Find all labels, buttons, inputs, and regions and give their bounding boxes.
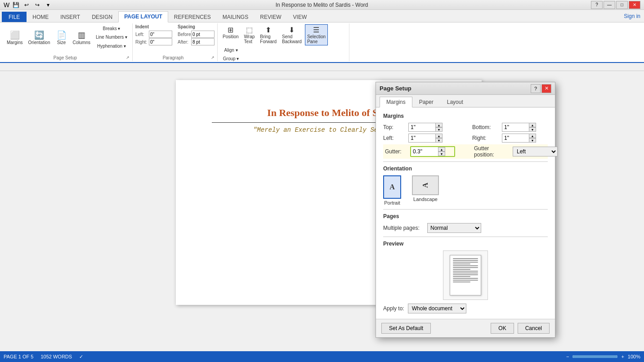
dialog-help-btn[interactable]: ? (531, 84, 541, 93)
tab-design[interactable]: DESIGN (86, 12, 118, 22)
preview-line-6 (453, 267, 478, 268)
maximize-btn[interactable]: □ (616, 1, 628, 9)
right-label: Right: (472, 135, 499, 141)
left-spin-up[interactable]: ▲ (435, 134, 443, 138)
paragraph-label: Paragraph ↗ (135, 54, 215, 60)
bottom-spin-up[interactable]: ▲ (529, 123, 536, 127)
line-numbers-btn[interactable]: Line Numbers ▾ (94, 33, 130, 41)
tab-file[interactable]: FILE (2, 12, 27, 22)
breaks-btn[interactable]: Breaks ▾ (94, 25, 130, 32)
spacing-after-label: After: (178, 40, 190, 45)
gutter-position-label: Gutter position: (474, 145, 510, 158)
align-btn[interactable]: Align ▾ (220, 46, 242, 54)
size-btn[interactable]: 📄 Size (54, 24, 70, 50)
group-btn[interactable]: Group ▾ (220, 55, 242, 63)
spacing-after-input[interactable] (191, 38, 215, 45)
landscape-option[interactable]: A Landscape (412, 175, 439, 206)
page-setup-dialog[interactable]: Page Setup ? ✕ Margins Paper Layout Marg… (376, 82, 555, 338)
tab-mailings[interactable]: MAILINGS (217, 12, 254, 22)
dialog-tab-margins[interactable]: Margins (380, 97, 412, 107)
gutter-position-select[interactable]: Left Top (513, 147, 558, 156)
spacing-before-input[interactable] (191, 31, 215, 38)
right-spin-down[interactable]: ▼ (529, 138, 536, 143)
pages-label: Pages (383, 213, 548, 219)
portrait-label: Portrait (384, 200, 400, 206)
minimize-btn[interactable]: — (604, 1, 615, 9)
proofing-icon[interactable]: ✓ (79, 354, 83, 360)
close-btn[interactable]: ✕ (629, 1, 640, 9)
ribbon-group-arrange: ⊞ Position ⬚ WrapText ⬆ BringForward ⬇ S… (218, 23, 349, 61)
hyphenation-btn[interactable]: Hyphenation ▾ (94, 42, 130, 50)
indent-left-input[interactable] (149, 31, 172, 38)
preview-line-4 (453, 264, 470, 264)
bottom-spin-down[interactable]: ▼ (529, 127, 536, 132)
orientation-btn[interactable]: 🔄 Orientation (26, 24, 53, 50)
undo-btn[interactable]: ↩ (22, 1, 31, 9)
help-btn[interactable]: ? (591, 1, 603, 9)
dialog-tab-layout[interactable]: Layout (440, 97, 470, 107)
tab-home[interactable]: HOME (27, 12, 54, 22)
margins-section-label: Margins (383, 113, 548, 119)
sign-in-link[interactable]: Sign in (620, 11, 644, 21)
dialog-tabs: Margins Paper Layout (376, 95, 555, 107)
spacing-section: Spacing Before: After: (178, 24, 215, 45)
ribbon-group-page-setup: ⬜ Margins 🔄 Orientation 📄 Size ▥ Columns… (2, 23, 133, 61)
zoom-out-btn[interactable]: − (566, 354, 569, 359)
left-input[interactable] (408, 134, 435, 143)
preview-line-5 (453, 265, 478, 266)
tab-references[interactable]: REFERENCES (168, 12, 217, 22)
preview-line-9 (453, 273, 478, 273)
tab-view[interactable]: VIEW (287, 12, 313, 22)
indent-right-label: Right: (135, 40, 148, 45)
redo-btn[interactable]: ↪ (33, 1, 42, 9)
preview-line-11 (453, 276, 470, 277)
word-count: 1052 WORDS (40, 354, 72, 359)
selection-pane-btn[interactable]: ☰ SelectionPane (305, 24, 328, 45)
portrait-option[interactable]: A Portrait (383, 175, 401, 206)
cancel-btn[interactable]: Cancel (518, 323, 550, 334)
preview-page (450, 255, 481, 295)
indent-right-input[interactable] (149, 38, 172, 45)
dialog-tab-paper[interactable]: Paper (412, 97, 440, 107)
right-input[interactable] (502, 134, 529, 143)
bottom-input[interactable] (502, 123, 529, 132)
preview-line-12 (453, 278, 478, 279)
position-btn[interactable]: ⊞ Position (220, 24, 241, 40)
send-backward-btn[interactable]: ⬇ SendBackward (280, 24, 304, 45)
dialog-title: Page Setup (380, 85, 531, 92)
gutter-spin-up[interactable]: ▲ (438, 147, 445, 152)
quick-access-more[interactable]: ▾ (44, 1, 53, 9)
status-bar: PAGE 1 OF 5 1052 WORDS ✓ − + 100% (0, 351, 644, 362)
preview-label: Preview (383, 241, 548, 247)
gutter-spin-down[interactable]: ▼ (438, 152, 445, 156)
margins-btn[interactable]: ⬜ Margins (4, 24, 25, 50)
bring-forward-btn[interactable]: ⬆ BringForward (258, 24, 279, 45)
zoom-slider[interactable] (572, 355, 617, 358)
left-input-group: ▲ ▼ (408, 134, 453, 143)
preview-line-8 (453, 271, 478, 272)
ok-btn[interactable]: OK (491, 323, 514, 334)
wrap-text-btn[interactable]: ⬚ WrapText (242, 24, 257, 45)
apply-to-select[interactable]: Whole document This point forward (408, 304, 466, 313)
indent-left-label: Left: (135, 32, 148, 37)
apply-to-label: Apply to: (383, 305, 404, 312)
zoom-in-btn[interactable]: + (621, 354, 624, 359)
tab-review[interactable]: REVIEW (254, 12, 287, 22)
dialog-close-btn[interactable]: ✕ (541, 84, 551, 93)
tab-page-layout[interactable]: PAGE LAYOUT (118, 11, 168, 22)
orientation-label: Orientation (383, 165, 548, 172)
gutter-input[interactable] (411, 147, 438, 156)
right-spin-up[interactable]: ▲ (529, 134, 536, 138)
tab-insert[interactable]: INSERT (54, 12, 86, 22)
top-input[interactable] (408, 123, 435, 132)
top-spin-up[interactable]: ▲ (435, 123, 443, 127)
save-btn[interactable]: 💾 (11, 1, 20, 9)
horizontal-ruler (0, 63, 644, 71)
columns-btn[interactable]: ▥ Columns (71, 24, 93, 50)
left-spin-down[interactable]: ▼ (435, 138, 443, 143)
top-spin-down[interactable]: ▼ (435, 127, 443, 132)
paragraph-expand[interactable]: ↗ (211, 55, 215, 60)
page-setup-expand[interactable]: ↗ (126, 55, 130, 60)
multiple-pages-select[interactable]: Normal Mirror margins 2 pages per sheet … (427, 223, 481, 233)
set-default-btn[interactable]: Set As Default (381, 323, 431, 334)
